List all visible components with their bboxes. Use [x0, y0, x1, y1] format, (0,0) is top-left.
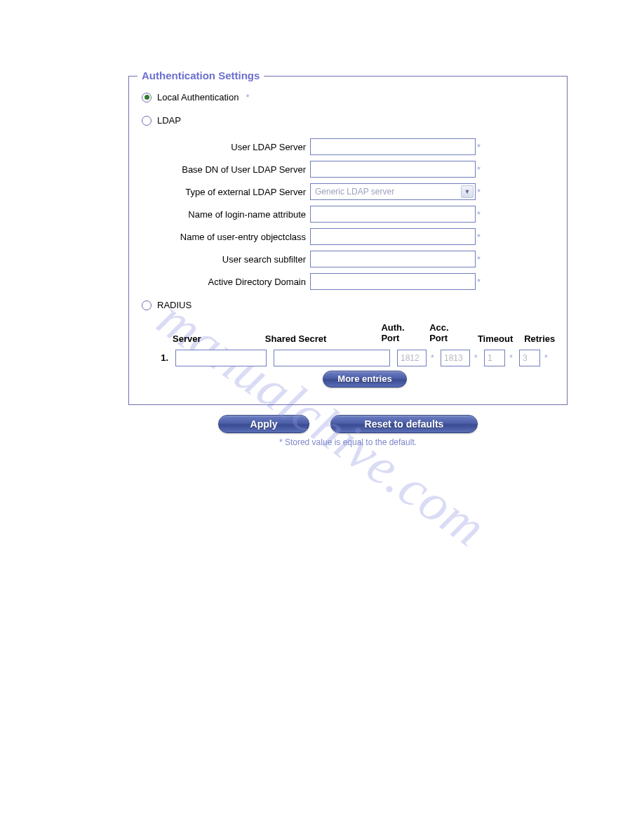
radius-input-retries[interactable]: [519, 350, 540, 366]
ldap-row-type: Type of external LDAP Server Generic LDA…: [163, 183, 557, 200]
radius-input-auth-port[interactable]: [397, 350, 427, 366]
radius-star-auth: *: [431, 353, 436, 363]
ldap-label-login-attr: Name of login-name attribute: [163, 209, 310, 220]
radius-table: Server Shared Secret Auth. Port Acc. Por…: [173, 323, 557, 388]
ldap-star-1: *: [477, 164, 481, 175]
radius-h-timeout: Timeout: [478, 333, 517, 344]
radio-radius[interactable]: [142, 300, 152, 310]
more-entries-button[interactable]: More entries: [323, 371, 406, 388]
radius-input-acc-port[interactable]: [441, 350, 470, 366]
default-note: * Stored value is equal to the default.: [128, 437, 568, 447]
radius-input-timeout[interactable]: [484, 350, 505, 366]
ldap-select-type[interactable]: Generic LDAP server ▼: [310, 183, 476, 200]
radio-local[interactable]: [142, 93, 152, 102]
reset-defaults-button[interactable]: Reset to defaults: [330, 415, 478, 433]
ldap-star-3: *: [477, 209, 481, 220]
radius-h-retries: Retries: [524, 333, 557, 344]
auth-settings-legend: Authentication Settings: [137, 70, 264, 81]
radius-h-auth: Auth. Port: [381, 323, 408, 344]
ldap-input-user-server[interactable]: [310, 138, 476, 155]
radius-h-acc: Acc. Port: [429, 323, 457, 344]
ldap-row-subfilter: User search subfilter *: [163, 251, 557, 267]
radius-row-1: 1. * * * *: [173, 350, 557, 366]
apply-button[interactable]: Apply: [218, 415, 309, 433]
radius-input-server[interactable]: [175, 350, 267, 366]
ldap-row-base-dn: Base DN of User LDAP Server *: [163, 161, 557, 178]
radio-row-radius[interactable]: RADIUS: [142, 300, 557, 310]
radius-input-secret[interactable]: [274, 350, 390, 366]
radius-star-retries: *: [544, 353, 550, 363]
ldap-star-6: *: [477, 277, 481, 287]
ldap-input-objectclass[interactable]: [310, 228, 476, 245]
ldap-label-type: Type of external LDAP Server: [163, 187, 310, 197]
radius-row-index: 1.: [159, 352, 168, 363]
auth-settings-fieldset: Authentication Settings Local Authentica…: [128, 76, 568, 405]
chevron-down-icon: ▼: [461, 185, 474, 198]
ldap-select-type-value: Generic LDAP server: [315, 187, 394, 197]
radius-star-timeout: *: [509, 353, 515, 363]
ldap-row-user-server: User LDAP Server *: [163, 138, 557, 155]
ldap-input-base-dn[interactable]: [310, 161, 476, 178]
radio-ldap[interactable]: [142, 116, 152, 126]
bottom-actions: Apply Reset to defaults * Stored value i…: [128, 415, 568, 447]
radio-ldap-label: LDAP: [157, 115, 181, 126]
ldap-input-ad-domain[interactable]: [310, 273, 476, 290]
ldap-star-2: *: [477, 187, 481, 197]
radio-local-label: Local Authentication: [157, 92, 239, 102]
radius-block: RADIUS Server Shared Secret Auth. Port A…: [142, 300, 557, 388]
ldap-star-0: *: [477, 142, 481, 152]
radius-star-acc: *: [474, 353, 480, 363]
ldap-input-login-attr[interactable]: [310, 206, 476, 223]
ldap-label-ad-domain: Active Directory Domain: [163, 277, 310, 287]
local-star: *: [246, 92, 249, 102]
radius-headers: Server Shared Secret Auth. Port Acc. Por…: [173, 323, 557, 344]
ldap-label-subfilter: User search subfilter: [163, 254, 310, 265]
radio-row-local[interactable]: Local Authentication *: [142, 92, 557, 102]
ldap-input-subfilter[interactable]: [310, 251, 476, 267]
radius-h-secret: Shared Secret: [265, 333, 375, 344]
radio-radius-label: RADIUS: [157, 300, 192, 310]
ldap-label-base-dn: Base DN of User LDAP Server: [163, 164, 310, 175]
radius-h-server: Server: [173, 333, 258, 344]
ldap-star-4: *: [477, 232, 481, 242]
ldap-star-5: *: [477, 254, 481, 265]
ldap-label-user-server: User LDAP Server: [163, 142, 310, 152]
radio-row-ldap[interactable]: LDAP: [142, 115, 557, 126]
ldap-form: User LDAP Server * Base DN of User LDAP …: [163, 138, 557, 290]
ldap-label-objectclass: Name of user-entry objectclass: [163, 232, 310, 242]
ldap-row-ad-domain: Active Directory Domain *: [163, 273, 557, 290]
ldap-row-objectclass: Name of user-entry objectclass *: [163, 228, 557, 245]
ldap-row-login-attr: Name of login-name attribute *: [163, 206, 557, 223]
